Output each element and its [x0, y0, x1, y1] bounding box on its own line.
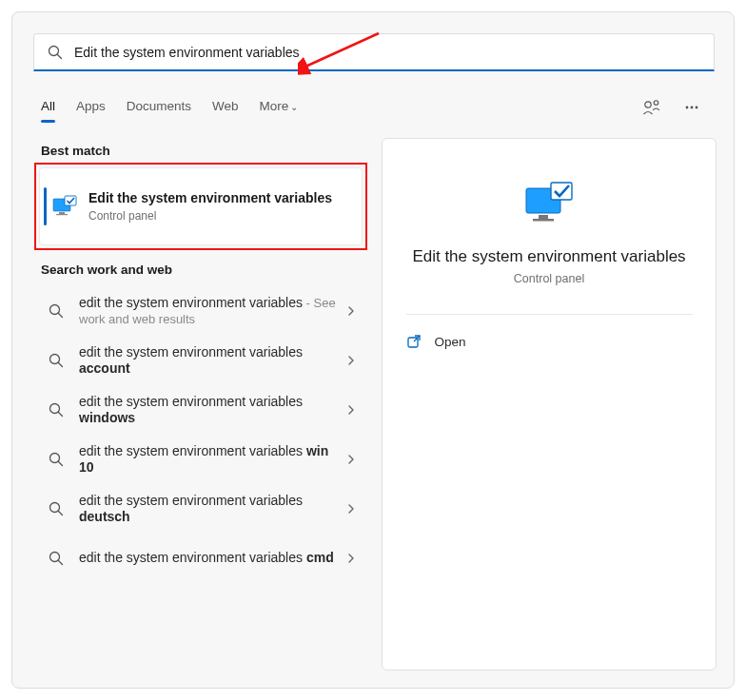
tab-apps[interactable]: Apps — [76, 99, 106, 121]
open-action[interactable]: Open — [406, 334, 693, 349]
svg-line-22 — [58, 511, 62, 515]
svg-point-6 — [686, 107, 689, 109]
web-suggestion-item[interactable]: edit the system environment variables wi… — [39, 385, 363, 435]
suggestion-label: edit the system environment variables ac… — [79, 344, 345, 378]
svg-line-24 — [58, 560, 62, 564]
web-suggestion-item[interactable]: edit the system environment variables de… — [39, 484, 363, 534]
search-icon — [49, 353, 64, 368]
chevron-right-icon — [345, 553, 357, 564]
chevron-right-icon — [345, 305, 357, 317]
svg-rect-11 — [56, 214, 68, 215]
svg-point-5 — [654, 101, 658, 106]
svg-point-7 — [691, 107, 694, 109]
web-suggestions-list: edit the system environment variables - … — [39, 286, 363, 583]
search-icon — [48, 45, 63, 60]
best-match-title: Edit the system environment variables — [88, 190, 354, 207]
header-actions — [638, 94, 705, 121]
search-results-window: Edit the system environment variables Al… — [11, 11, 735, 689]
search-icon — [49, 402, 64, 418]
suggestion-label: edit the system environment variables wi… — [79, 443, 345, 476]
search-icon — [49, 551, 64, 566]
svg-rect-26 — [539, 215, 548, 219]
more-options-icon[interactable] — [678, 94, 705, 121]
account-icon[interactable] — [638, 94, 665, 121]
chevron-right-icon — [345, 454, 357, 465]
tab-web[interactable]: Web — [212, 99, 239, 121]
tab-more[interactable]: More⌄ — [260, 99, 299, 121]
suggestion-label: edit the system environment variables wi… — [79, 394, 345, 427]
suggestion-label: edit the system environment variables de… — [79, 493, 345, 526]
chevron-right-icon — [345, 355, 357, 366]
search-icon — [49, 303, 64, 319]
filter-tabs: All Apps Documents Web More⌄ — [41, 94, 717, 125]
best-match-texts: Edit the system environment variables Co… — [88, 190, 354, 223]
chevron-right-icon — [345, 503, 357, 515]
svg-line-14 — [58, 313, 62, 317]
svg-rect-27 — [533, 219, 554, 222]
result-detail-panel: Edit the system environment variables Co… — [382, 138, 717, 671]
search-icon — [49, 452, 64, 467]
best-match-header: Best match — [39, 144, 363, 158]
detail-title: Edit the system environment variables — [393, 247, 704, 266]
detail-subtitle: Control panel — [514, 272, 584, 285]
svg-line-20 — [58, 461, 62, 465]
chevron-down-icon: ⌄ — [290, 102, 298, 112]
search-icon — [49, 501, 64, 516]
open-label: Open — [435, 335, 466, 349]
search-query-text: Edit the system environment variables — [74, 45, 300, 60]
results-left-column: Best match Edit the system environment v… — [39, 144, 363, 583]
search-web-header: Search work and web — [39, 262, 363, 277]
svg-line-16 — [58, 362, 62, 366]
svg-point-4 — [645, 102, 651, 107]
chevron-right-icon — [345, 404, 357, 416]
search-bar[interactable]: Edit the system environment variables — [33, 33, 715, 71]
tab-more-label: More — [260, 99, 289, 113]
suggestion-label: edit the system environment variables cm… — [79, 550, 345, 567]
best-match-result[interactable]: Edit the system environment variables Co… — [39, 167, 363, 245]
svg-line-1 — [57, 54, 61, 58]
tab-all[interactable]: All — [41, 99, 55, 121]
divider — [406, 314, 693, 315]
svg-line-18 — [58, 412, 62, 416]
tab-documents[interactable]: Documents — [127, 99, 191, 121]
monitor-check-icon — [52, 194, 77, 219]
svg-rect-28 — [551, 183, 572, 200]
monitor-check-icon — [522, 177, 576, 230]
web-suggestion-item[interactable]: edit the system environment variables ac… — [39, 336, 363, 385]
open-external-icon — [406, 334, 422, 349]
svg-point-8 — [696, 107, 698, 109]
svg-line-30 — [414, 336, 420, 341]
web-suggestion-item[interactable]: edit the system environment variables wi… — [39, 435, 363, 484]
web-suggestion-item[interactable]: edit the system environment variables - … — [39, 286, 363, 336]
web-suggestion-item[interactable]: edit the system environment variables cm… — [39, 534, 363, 583]
selection-accent — [44, 187, 47, 225]
svg-rect-12 — [65, 196, 76, 205]
suggestion-label: edit the system environment variables - … — [79, 295, 345, 328]
svg-rect-10 — [59, 212, 65, 214]
best-match-subtitle: Control panel — [88, 209, 354, 223]
